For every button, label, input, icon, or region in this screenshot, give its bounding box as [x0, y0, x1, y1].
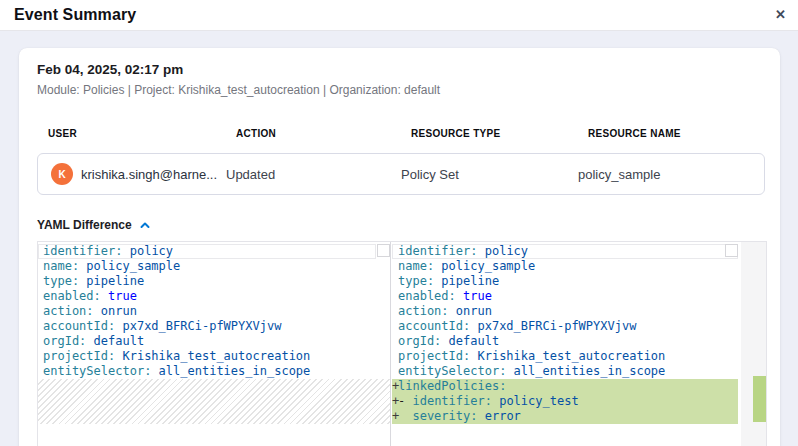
column-header-user: USER	[48, 128, 236, 139]
yaml-diff-viewer: identifier: policyname: policy_sampletyp…	[37, 241, 767, 446]
resource-name-cell: policy_sample	[578, 167, 764, 182]
page-title: Event Summary	[14, 6, 136, 24]
diff-line: +linkedPolicies:	[392, 379, 738, 394]
diff-token: action:	[398, 304, 449, 318]
resource-type-cell: Policy Set	[401, 167, 578, 182]
avatar: K	[51, 163, 73, 185]
user-cell: K krishika.singh@harne...	[38, 163, 226, 185]
diff-line: +- identifier: policy_test	[392, 394, 738, 409]
diff-line: name: policy_sample	[38, 259, 376, 274]
modal-header: Event Summary ✕	[0, 0, 798, 31]
diff-line: enabled: true	[38, 289, 376, 304]
diff-token: name:	[43, 259, 79, 273]
action-cell: Updated	[226, 167, 401, 182]
diff-token: true	[456, 289, 492, 303]
diff-token: policy	[122, 244, 173, 258]
diff-added-marker: +	[392, 379, 399, 394]
diff-token: onrun	[94, 304, 137, 318]
diff-token: policy	[477, 244, 528, 258]
diff-token: entitySelector:	[398, 364, 506, 378]
diff-line: + severity: error	[392, 409, 738, 424]
diff-line: action: onrun	[38, 304, 376, 319]
diff-token: Krishika_test_autocreation	[470, 349, 665, 363]
diff-token: orgId:	[43, 334, 86, 348]
diff-token: identifier:	[398, 244, 477, 258]
diff-left-lines: identifier: policyname: policy_sampletyp…	[38, 242, 376, 379]
diff-added-marker: +	[392, 394, 399, 409]
diff-token: severity:	[398, 409, 477, 423]
diff-token: orgId:	[398, 334, 441, 348]
diff-token: accountId:	[43, 319, 115, 333]
diff-token: policy_test	[492, 394, 579, 408]
diff-token: policy_sample	[79, 259, 180, 273]
table-header: USER ACTION RESOURCE TYPE RESOURCE NAME	[37, 128, 765, 139]
diff-line: type: pipeline	[38, 274, 376, 289]
diff-token: all_entities_in_scope	[506, 364, 665, 378]
diff-collapsed-region	[38, 379, 390, 424]
column-header-resource-name: RESOURCE NAME	[588, 128, 765, 139]
event-card: Feb 04, 2025, 02:17 pm Module: Policies …	[19, 48, 780, 446]
column-header-resource-type: RESOURCE TYPE	[411, 128, 588, 139]
diff-added-marker: +	[392, 409, 399, 424]
diff-token: type:	[43, 274, 79, 288]
diff-line: orgId: default	[38, 334, 376, 349]
diff-token: default	[86, 334, 144, 348]
user-email: krishika.singh@harne...	[81, 167, 217, 182]
right-scrollbar-thumb[interactable]	[725, 244, 738, 257]
diff-token: projectId:	[43, 349, 115, 363]
diff-token: linkedPolicies:	[398, 379, 506, 393]
diff-pane-left[interactable]: identifier: policyname: policy_sampletyp…	[38, 242, 390, 446]
diff-token: pipeline	[434, 274, 499, 288]
diff-token: error	[477, 409, 520, 423]
diff-token: projectId:	[398, 349, 470, 363]
diff-line: projectId: Krishika_test_autocreation	[38, 349, 376, 364]
diff-line: identifier: policy	[392, 244, 738, 259]
diff-line: enabled: true	[392, 289, 738, 304]
diff-token: enabled:	[398, 289, 456, 303]
diff-line: projectId: Krishika_test_autocreation	[392, 349, 738, 364]
diff-token: pipeline	[79, 274, 144, 288]
diff-token: name:	[398, 259, 434, 273]
diff-pane-right[interactable]: identifier: policyname: policy_sampletyp…	[392, 242, 766, 446]
event-timestamp: Feb 04, 2025, 02:17 pm	[37, 62, 765, 77]
left-scrollbar-thumb[interactable]	[377, 244, 390, 257]
column-header-action: ACTION	[236, 128, 411, 139]
diff-line: type: pipeline	[392, 274, 738, 289]
diff-token: identifier:	[412, 394, 491, 408]
diff-line: identifier: policy	[38, 244, 376, 259]
diff-token: onrun	[449, 304, 492, 318]
overview-added-marker	[753, 376, 766, 422]
diff-token: Krishika_test_autocreation	[115, 349, 310, 363]
diff-token: px7xd_BFRCi-pfWPYXVjvw	[470, 319, 636, 333]
yaml-difference-toggle[interactable]: YAML Difference	[37, 218, 177, 232]
yaml-difference-label: YAML Difference	[37, 218, 132, 232]
modal-body: Feb 04, 2025, 02:17 pm Module: Policies …	[0, 31, 798, 446]
diff-token: identifier:	[43, 244, 122, 258]
diff-line: accountId: px7xd_BFRCi-pfWPYXVjvw	[392, 319, 738, 334]
diff-token: action:	[43, 304, 94, 318]
close-icon[interactable]: ✕	[775, 5, 786, 25]
diff-token: px7xd_BFRCi-pfWPYXVjvw	[115, 319, 281, 333]
diff-token: enabled:	[43, 289, 101, 303]
overview-ruler[interactable]	[741, 242, 766, 446]
diff-right-lines: identifier: policyname: policy_sampletyp…	[392, 242, 738, 424]
diff-line: name: policy_sample	[392, 259, 738, 274]
diff-line: entitySelector: all_entities_in_scope	[392, 364, 738, 379]
diff-token: accountId:	[398, 319, 470, 333]
event-meta: Module: Policies | Project: Krishika_tes…	[37, 83, 765, 97]
diff-line: accountId: px7xd_BFRCi-pfWPYXVjvw	[38, 319, 376, 334]
diff-token: policy_sample	[434, 259, 535, 273]
chevron-up-icon	[139, 220, 151, 230]
diff-token: true	[101, 289, 137, 303]
diff-line: entitySelector: all_entities_in_scope	[38, 364, 376, 379]
diff-token: default	[441, 334, 499, 348]
table-row[interactable]: K krishika.singh@harne... Updated Policy…	[37, 153, 765, 195]
diff-token: all_entities_in_scope	[151, 364, 310, 378]
diff-token: type:	[398, 274, 434, 288]
diff-line: action: onrun	[392, 304, 738, 319]
diff-line: orgId: default	[392, 334, 738, 349]
diff-token: entitySelector:	[43, 364, 151, 378]
diff-token: -	[398, 394, 412, 408]
